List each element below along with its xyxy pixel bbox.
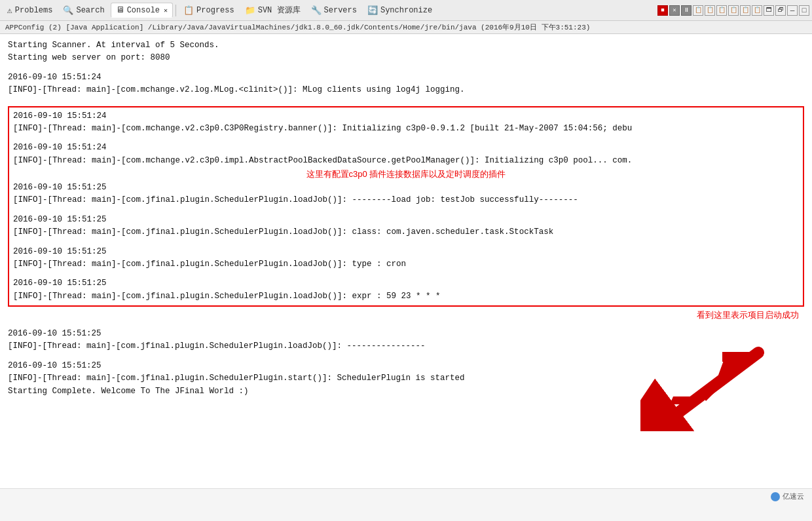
tab-svn[interactable]: 📁 SVN 资源库	[240, 3, 305, 18]
annotation-success: 看到这里表示项目启动成功	[8, 309, 799, 321]
console-line: [INFO]-[Thread: main]-[com.jfinal.plugin…	[13, 226, 799, 239]
console-blank	[8, 321, 804, 328]
svg-line-4	[680, 353, 758, 412]
ctrl12[interactable]: —	[787, 5, 798, 16]
svn-icon: 📁	[245, 5, 255, 16]
terminate-button[interactable]: ✕	[669, 5, 680, 16]
console-line: 2016-09-10 15:51:24	[13, 142, 799, 154]
ctrl5[interactable]: 📋	[705, 5, 715, 16]
status-bar: APPConfig (2) [Java Application] /Librar…	[0, 21, 812, 34]
console-line: [INFO]-[Thread: main]-[com.mchange.v2.lo…	[8, 84, 804, 96]
console-line: Starting Scanner. At interval of 5 Secon…	[8, 39, 804, 52]
highlight-section: 2016-09-10 15:51:24 [INFO]-[Thread: main…	[8, 106, 804, 307]
progress-icon: 📋	[183, 5, 194, 16]
console-line: 2016-09-10 15:51:25	[13, 246, 799, 258]
red-arrow-graphic	[640, 346, 771, 431]
console-line: [INFO]-[Thread: main]-[com.jfinal.plugin…	[13, 258, 799, 271]
logo-text: 亿速云	[783, 492, 804, 501]
console-icon: 🖥	[116, 5, 124, 15]
console-blank	[13, 207, 799, 214]
tab-search[interactable]: 🔍 Search	[58, 3, 109, 18]
ctrl8[interactable]: 📋	[740, 5, 750, 16]
console-blank	[13, 135, 799, 142]
console-output[interactable]: Starting Scanner. At interval of 5 Secon…	[0, 34, 812, 504]
sync-icon: 🔄	[367, 5, 378, 16]
logo-icon	[771, 492, 780, 501]
console-line: 2016-09-10 15:51:24	[8, 71, 804, 84]
console-line: [INFO]-[Thread: main]-[com.mchange.v2.c3…	[13, 123, 799, 135]
console-line: 2016-09-10 15:51:25	[13, 214, 799, 226]
stop-button[interactable]: ■	[657, 5, 668, 16]
console-line: 2016-09-10 15:51:25	[13, 277, 799, 290]
console-line: [INFO]-[Thread: main]-[com.jfinal.plugin…	[13, 290, 799, 303]
console-line: [INFO]-[Thread: main]-[com.mchange.v2.c3…	[13, 155, 799, 167]
console-line: 2016-09-10 15:51:25	[13, 182, 799, 194]
console-line: 2016-09-10 15:51:25	[8, 328, 804, 340]
tab-problems[interactable]: ⚠ Problems	[3, 3, 57, 18]
tab-synchronize[interactable]: 🔄 Synchronize	[363, 3, 437, 18]
ctrl11[interactable]: 🗗	[775, 5, 786, 16]
console-line: [INFO]-[Thread: main]-[com.jfinal.plugin…	[13, 194, 799, 206]
yiyun-logo: 亿速云	[771, 492, 804, 501]
separator	[175, 5, 176, 16]
ctrl10[interactable]: 🗖	[764, 5, 774, 16]
tab-progress[interactable]: 📋 Progress	[179, 3, 239, 18]
console-blank	[8, 65, 804, 71]
console-line: 2016-09-10 15:51:24	[13, 110, 799, 123]
ctrl4[interactable]: 📋	[693, 5, 703, 16]
last-lines-container: [INFO]-[Thread: main]-[com.jfinal.plugin…	[8, 372, 804, 398]
tab-servers[interactable]: 🔧 Servers	[306, 3, 361, 18]
ctrl6[interactable]: 📋	[716, 5, 727, 16]
console-blank	[8, 97, 804, 104]
toolbar: ⚠ Problems 🔍 Search 🖥 Console ✕ 📋 Progre…	[0, 0, 812, 21]
ctrl9[interactable]: 📋	[752, 5, 762, 16]
servers-icon: 🔧	[311, 5, 322, 16]
console-blank	[13, 271, 799, 277]
problems-icon: ⚠	[7, 5, 12, 16]
ctrl13[interactable]: □	[799, 5, 809, 16]
console-blank	[13, 239, 799, 246]
toolbar-controls: ■ ✕ ⏸ 📋 📋 📋 📋 📋 📋 🗖 🗗 — □	[657, 5, 809, 16]
ctrl7[interactable]: 📋	[728, 5, 739, 16]
bottom-bar: 亿速云	[0, 488, 812, 504]
search-icon: 🔍	[63, 5, 73, 16]
console-close-icon[interactable]: ✕	[164, 7, 168, 14]
console-line: Starting web server on port: 8080	[8, 52, 804, 64]
annotation-c3p0: 这里有配置c3p0 插件连接数据库以及定时调度的插件	[13, 168, 799, 180]
tab-console[interactable]: 🖥 Console ✕	[111, 3, 173, 18]
disconnect-button[interactable]: ⏸	[681, 5, 692, 16]
